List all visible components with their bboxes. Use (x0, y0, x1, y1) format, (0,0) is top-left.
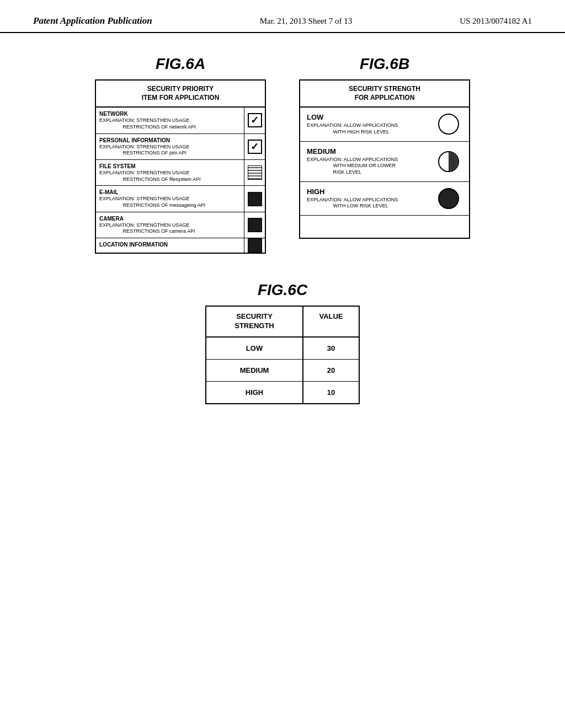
cell-value-high: 10 (303, 382, 359, 403)
panel-6c: SECURITY STRENGTH VALUE LOW 30 MEDIUM 20 (205, 306, 360, 404)
checkbox-camera[interactable] (244, 212, 265, 238)
figures-row-top: FIG.6A SECURITY PRIORITY ITEM FOR APPLIC… (33, 55, 532, 254)
fig6c-row: FIG.6C SECURITY STRENGTH VALUE LOW 30 ME… (33, 281, 532, 404)
panel-6a-row-personal: PERSONAL INFORMATION EXPLANATION: STRENG… (96, 134, 265, 160)
figure-6b-block: FIG.6B SECURITY STRENGTH FOR APPLICATION… (299, 55, 470, 254)
checkbox-filesystem-icon (248, 165, 262, 180)
table-row-high: HIGH 10 (206, 382, 359, 403)
checkbox-location[interactable] (244, 238, 265, 253)
panel-6a-row-network: NETWORK EXPLANATION: STRENGTHEN USAGE RE… (96, 108, 265, 133)
checkbox-filesystem[interactable] (244, 160, 265, 185)
fig6a-title: FIG.6A (156, 55, 205, 73)
checkbox-email-icon (248, 192, 262, 206)
radio-low[interactable] (435, 114, 462, 135)
panel-6a-row-filesystem: FILE SYSTEM EXPLANATION: STRENGTHEN USAG… (96, 160, 265, 186)
table-row-medium: MEDIUM 20 (206, 360, 359, 382)
cell-value-low: 30 (303, 338, 359, 359)
radio-medium[interactable] (435, 151, 462, 172)
checkbox-email[interactable] (244, 186, 265, 211)
panel-6a-row-location: LOCATION INFORMATION (96, 238, 265, 253)
checkbox-location-icon (248, 238, 262, 253)
panel-6c-col-value: VALUE (303, 307, 359, 336)
cell-label-high: HIGH (206, 382, 303, 403)
checkbox-camera-icon (248, 218, 262, 232)
panel-6a-row-email: E-MAIL EXPLANATION: STRENGTHEN USAGE RES… (96, 186, 265, 212)
fig6c-title: FIG.6C (258, 281, 307, 299)
radio-high[interactable] (435, 188, 462, 209)
checkbox-network[interactable] (244, 108, 265, 133)
table-row-low: LOW 30 (206, 338, 359, 360)
checkbox-network-icon (248, 113, 262, 127)
panel-6b-row-low: LOW EXPLANATION: ALLOW APPLICATIONS WITH… (300, 108, 469, 141)
header-date-sheet: Mar. 21, 2013 Sheet 7 of 13 (260, 17, 352, 26)
main-content: FIG.6A SECURITY PRIORITY ITEM FOR APPLIC… (0, 33, 565, 426)
page-header: Patent Application Publication Mar. 21, … (0, 0, 565, 33)
cell-label-low: LOW (206, 338, 303, 359)
cell-value-medium: 20 (303, 360, 359, 381)
header-patent-number: US 2013/0074182 A1 (460, 17, 532, 26)
radio-medium-icon (438, 151, 459, 172)
figure-6a-block: FIG.6A SECURITY PRIORITY ITEM FOR APPLIC… (95, 55, 266, 254)
radio-high-icon (438, 188, 459, 209)
panel-6b-header: SECURITY STRENGTH FOR APPLICATION (300, 81, 469, 108)
panel-6b-row-medium: MEDIUM EXPLANATION: ALLOW APPLICATIONS W… (300, 142, 469, 182)
panel-6a-row-camera: CAMERA EXPLANATION: STRENGTHEN USAGE RES… (96, 212, 265, 238)
panel-6b: SECURITY STRENGTH FOR APPLICATION LOW EX… (299, 79, 470, 239)
radio-low-icon (438, 114, 459, 135)
panel-6b-row-high: HIGH EXPLANATION: ALLOW APPLICATIONS WIT… (300, 182, 469, 216)
checkbox-personal-icon (248, 140, 262, 154)
checkbox-personal[interactable] (244, 134, 265, 159)
panel-6b-spacer (300, 216, 469, 238)
panel-6c-header: SECURITY STRENGTH VALUE (206, 307, 359, 338)
header-publication-label: Patent Application Publication (33, 15, 152, 26)
cell-label-medium: MEDIUM (206, 360, 303, 381)
panel-6a: SECURITY PRIORITY ITEM FOR APPLICATION N… (95, 79, 266, 254)
panel-6a-header: SECURITY PRIORITY ITEM FOR APPLICATION (96, 81, 265, 108)
fig6b-title: FIG.6B (360, 55, 409, 73)
figure-6c-block: FIG.6C SECURITY STRENGTH VALUE LOW 30 ME… (205, 281, 360, 404)
panel-6c-col-security: SECURITY STRENGTH (206, 307, 303, 336)
